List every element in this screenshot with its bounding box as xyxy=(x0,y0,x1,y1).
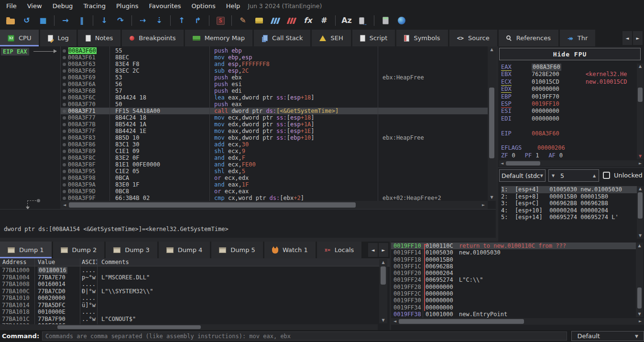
website-button[interactable] xyxy=(393,13,410,28)
breakpoint-dot[interactable] xyxy=(60,168,68,175)
disasm-row[interactable]: 008A3F95C1E2 05shl edx,5 xyxy=(60,168,488,175)
disasm-row[interactable]: 008A3F6683EC 2Csub esp,2C xyxy=(60,67,488,74)
breakpoint-dot[interactable] xyxy=(60,148,68,154)
argument-row[interactable]: 1: [esp+4] 01005030 new.01005030 xyxy=(501,186,637,193)
scroll-up-arrow[interactable]: ▲ xyxy=(636,243,643,249)
horizontal-splitter[interactable] xyxy=(0,238,496,242)
tab-script[interactable]: Script xyxy=(352,30,395,46)
register-row[interactable]: ESI00000000 xyxy=(501,108,637,115)
dump-tab-locals[interactable]: x=Locals xyxy=(317,242,362,258)
disasm-vertical-scrollbar[interactable]: ▲ ▼ xyxy=(488,46,496,201)
scrollbar-thumb[interactable] xyxy=(638,88,643,102)
execute-till-return-button[interactable]: ↑ xyxy=(174,13,190,28)
disasm-row[interactable]: 008A3F8F81E1 00FE0000and ecx,FE00 xyxy=(60,161,488,168)
scroll-up-arrow[interactable]: ▲ xyxy=(637,64,644,69)
scrollbar-thumb[interactable] xyxy=(381,266,386,285)
tab-source[interactable]: <>Source xyxy=(449,30,497,46)
stack-row[interactable]: 0019FF3801001000new.EntryPoint xyxy=(391,311,636,318)
scroll-right-arrow[interactable]: ► xyxy=(637,318,643,325)
disasm-horizontal-scrollbar[interactable]: ◄ ► xyxy=(60,201,488,209)
dump-vertical-scrollbar[interactable]: ▲ ▼ xyxy=(379,259,387,323)
register-row[interactable]: EDX00000000 xyxy=(501,86,637,93)
scrollbar-thumb[interactable] xyxy=(399,319,524,324)
breakpoint-dot[interactable] xyxy=(60,101,68,108)
breakpoint-dot[interactable] xyxy=(60,141,68,148)
disasm-row[interactable]: 008A3F9D0BC8or ecx,eax xyxy=(60,188,488,195)
menu-tracing[interactable]: Tracing xyxy=(78,1,111,11)
trace-into-button[interactable]: ⇢ xyxy=(135,13,151,28)
register-row[interactable]: EBX7628E200<kernel32.He xyxy=(501,71,637,78)
disassembly-panel[interactable]: EIP EAX 008A3F6055push ebp008A3F618BECmo… xyxy=(0,46,496,209)
calculator-button[interactable] xyxy=(377,13,393,28)
stack-row[interactable]: 0019FF3000000000 xyxy=(391,297,636,304)
register-row[interactable]: EDI00000000 xyxy=(501,115,637,122)
dump-row[interactable]: 77BA101000020000.... xyxy=(0,295,378,302)
dump-tab-dump-5[interactable]: Dump 5 xyxy=(211,242,263,258)
scroll-up-arrow[interactable]: ▲ xyxy=(488,46,496,53)
disasm-row[interactable]: 008A3F618BECmov ebp,esp xyxy=(60,54,488,61)
stack-row[interactable]: 0019FF100100110Creturn to new.0100110C f… xyxy=(391,243,636,249)
stack-panel[interactable]: 0019FF100100110Creturn to new.0100110C f… xyxy=(391,242,644,330)
scroll-down-arrow[interactable]: ▼ xyxy=(637,233,644,239)
breakpoint-dot[interactable] xyxy=(60,61,68,67)
dump-row[interactable]: 77BA101C77BA7F90..°wL"CONOUT$" xyxy=(0,316,378,323)
dump-row[interactable]: 77BA10180010000E.... xyxy=(0,309,378,316)
disasm-row[interactable]: 008A3F71FF15 54A18A00call dword ptr ds:[… xyxy=(60,108,488,114)
menu-help[interactable]: Help xyxy=(221,1,246,11)
register-row[interactable]: ECX010015CDnew.010015CD xyxy=(501,78,637,86)
scroll-left-arrow[interactable]: ◄ xyxy=(392,318,398,325)
debuggee-notes-button[interactable] xyxy=(355,13,371,28)
argument-row[interactable]: 2: [esp+8] 000015B0 000015B0 xyxy=(501,193,637,200)
stack-row[interactable]: 0019FF1401005030new.01005030 xyxy=(391,249,636,256)
disasm-row[interactable]: 008A3F7050push eax xyxy=(60,101,488,108)
stack-row[interactable]: 0019FF1C006962B8 xyxy=(391,263,636,270)
breakpoint-dot[interactable] xyxy=(60,81,68,88)
scroll-left-arrow[interactable]: ◄ xyxy=(499,160,505,166)
trace-over-button[interactable]: ⇣ xyxy=(151,13,167,28)
breakpoint-dot[interactable] xyxy=(60,67,68,74)
dump-row[interactable]: 77BA100477BA7E70p~°wL"MSCOREE.DLL" xyxy=(0,274,378,281)
tab-breakpoints[interactable]: Breakpoints xyxy=(122,30,183,46)
breakpoint-dot[interactable] xyxy=(60,154,68,161)
arguments-vertical-scrollbar[interactable]: ▲ ▼ xyxy=(637,186,644,239)
patch-button[interactable]: ✎ xyxy=(235,13,251,28)
scroll-down-arrow[interactable]: ▼ xyxy=(636,311,643,317)
open-file-button[interactable] xyxy=(2,13,19,28)
dump-table[interactable]: Address Value ASCII Comments 77BA1000001… xyxy=(0,258,390,330)
stack-horizontal-scrollbar[interactable]: ◄ ► xyxy=(391,318,644,325)
strings-button[interactable]: Az xyxy=(338,13,355,28)
dump-row[interactable]: 77BA100800160014.... xyxy=(0,281,378,288)
menu-favourites[interactable]: Favourites xyxy=(144,1,186,11)
stack-row[interactable]: 0019FF18000015B0 xyxy=(391,256,636,263)
function-button[interactable]: fx xyxy=(300,13,316,28)
stop-button[interactable]: ■ xyxy=(35,13,51,28)
tab-scroll-left-button[interactable]: ◄ xyxy=(622,31,632,45)
disasm-row[interactable]: 008A3F838B5D 10mov ebx,dword ptr ss:[ebp… xyxy=(60,134,488,141)
menu-plugins[interactable]: Plugins xyxy=(111,1,144,11)
disasm-row[interactable]: 008A3F8C83E2 0Fand edx,F xyxy=(60,154,488,161)
disasm-row[interactable]: 008A3F6055push ebp xyxy=(60,47,488,54)
disasm-row[interactable]: 008A3F9A83E0 1Fand eax,1F xyxy=(60,181,488,188)
registers-vertical-scrollbar[interactable]: ▲ ▼ xyxy=(637,64,644,159)
step-over-button[interactable]: ↷ xyxy=(112,13,129,28)
dump-tab-dump-2[interactable]: Dump 2 xyxy=(53,242,105,258)
breakpoint-dot[interactable] xyxy=(60,108,68,114)
argument-row[interactable]: 3: [esp+C] 006962B8 006962B8 xyxy=(501,200,637,207)
stack-row[interactable]: 0019FF3400000000 xyxy=(391,304,636,311)
step-into-button[interactable]: ↓ xyxy=(96,13,112,28)
menu-debug[interactable]: Debug xyxy=(47,1,78,11)
scroll-right-arrow[interactable]: ► xyxy=(637,160,643,166)
breakpoint-dot[interactable] xyxy=(60,195,68,201)
disasm-row[interactable]: 008A3F6B57push edi xyxy=(60,88,488,94)
register-row[interactable]: EBP0019FF70 xyxy=(501,93,637,100)
breakpoint-dot[interactable] xyxy=(60,134,68,141)
disasm-row[interactable]: 008A3F6C8D4424 18lea eax,dword ptr ss:[e… xyxy=(60,94,488,101)
menu-view[interactable]: View xyxy=(22,1,47,11)
dump-row[interactable]: 77BA100C77BA7CD0Ð|°wL"\\SYSTEM32\\" xyxy=(0,288,378,295)
tab-references[interactable]: References xyxy=(499,30,558,46)
scrollbar-thumb[interactable] xyxy=(57,325,201,329)
stack-row[interactable]: 0019FF2000000204 xyxy=(391,270,636,276)
breakpoint-dot[interactable] xyxy=(60,188,68,195)
breakpoint-dot[interactable] xyxy=(60,88,68,94)
scroll-up-arrow[interactable]: ▲ xyxy=(379,259,387,265)
